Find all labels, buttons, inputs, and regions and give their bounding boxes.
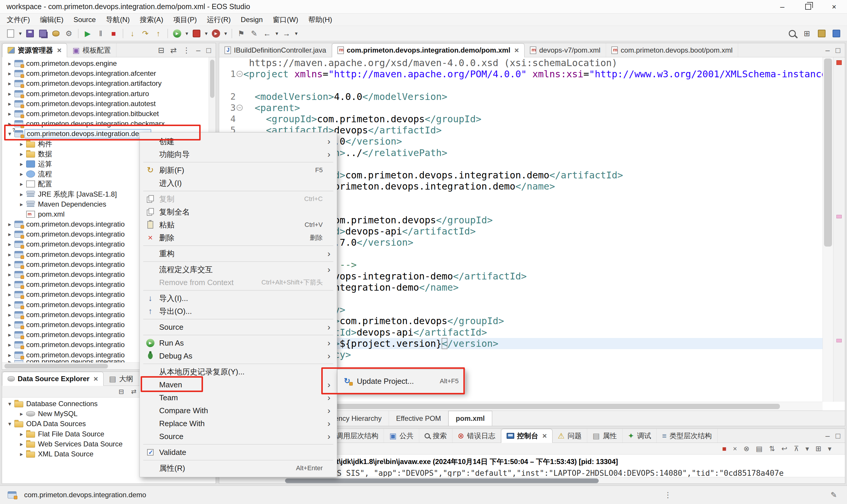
- tree-item[interactable]: ▸com.primeton.devops.integration.artifac…: [2, 78, 209, 88]
- scrollbar-thumb[interactable]: [4, 364, 108, 368]
- maximize-view-icon[interactable]: □: [835, 47, 840, 54]
- edit-indicator-icon[interactable]: ✎: [831, 491, 837, 499]
- twisty-icon[interactable]: ▸: [5, 80, 14, 87]
- close-button[interactable]: ×: [821, 0, 847, 13]
- view-tab[interactable]: ▣模板配置: [67, 43, 117, 57]
- display-console-arrow[interactable]: ▾: [806, 445, 809, 452]
- save-icon[interactable]: [23, 27, 36, 40]
- link-with-editor-icon[interactable]: ⇄: [131, 389, 136, 395]
- menubar-item[interactable]: 运行(R): [202, 15, 236, 24]
- tree-item[interactable]: ▸com.primeton.devops.integration.checkma…: [2, 119, 209, 129]
- open-console-arrow[interactable]: ▾: [828, 445, 831, 452]
- perspective-design-icon[interactable]: [815, 27, 828, 40]
- database-icon[interactable]: [49, 27, 63, 40]
- word-wrap-icon[interactable]: ↩: [781, 445, 787, 452]
- open-console-icon[interactable]: ⊞: [815, 445, 822, 452]
- tree-item[interactable]: ▸com.primeton.devops.integration.afcente…: [2, 69, 209, 78]
- view-tab[interactable]: ≡类型层次结构: [657, 429, 717, 443]
- twisty-icon[interactable]: ▸: [5, 221, 14, 228]
- clear-console-icon[interactable]: ▤: [756, 445, 763, 452]
- pause-icon[interactable]: ‖: [94, 27, 107, 40]
- context-menu-item[interactable]: 功能向导›: [140, 148, 337, 161]
- twisty-icon[interactable]: ▸: [17, 201, 26, 208]
- close-tab-icon[interactable]: ×: [93, 374, 98, 383]
- context-menu-item[interactable]: 粘贴Ctrl+V: [140, 218, 337, 231]
- context-menu-item[interactable]: Debug As›: [140, 349, 337, 362]
- context-menu-item[interactable]: 复制全名: [140, 205, 337, 218]
- context-menu-item[interactable]: ↻刷新(F)F5: [140, 164, 337, 177]
- overflow-menu-icon[interactable]: ⋮: [664, 491, 672, 499]
- back-icon[interactable]: ←: [261, 27, 274, 40]
- save-all-icon[interactable]: [36, 27, 49, 40]
- context-menu-item[interactable]: ×删除删除: [140, 231, 337, 244]
- minimize-view-icon[interactable]: –: [826, 432, 830, 439]
- context-menu-item[interactable]: Compare With›: [140, 404, 337, 417]
- step-into-icon[interactable]: ↓: [126, 27, 139, 40]
- code-line[interactable]: 1−<project xmlns="http://maven.apache.or…: [219, 69, 823, 79]
- error-marker[interactable]: [836, 60, 842, 65]
- menubar-item[interactable]: 窗口(W): [268, 15, 303, 24]
- fold-icon[interactable]: −: [236, 69, 243, 79]
- menubar-item[interactable]: 搜索(A): [135, 15, 168, 24]
- close-tab-icon[interactable]: ×: [57, 46, 62, 55]
- twisty-icon[interactable]: ▸: [17, 440, 26, 448]
- view-tab[interactable]: ✦调试: [623, 429, 657, 443]
- twisty-icon[interactable]: ▸: [5, 261, 14, 268]
- view-tab[interactable]: ▤属性: [587, 429, 623, 443]
- context-menu-item[interactable]: 进入(I): [140, 177, 337, 190]
- context-menu-item[interactable]: ↓导入(I)...: [140, 292, 337, 305]
- menubar-item[interactable]: 导航(N): [101, 15, 135, 24]
- scroll-lock-icon[interactable]: ⇅: [769, 445, 775, 452]
- link-with-editor-icon[interactable]: ⇄: [170, 47, 177, 54]
- code-line[interactable]: [219, 79, 823, 91]
- context-menu-item[interactable]: 创建›: [140, 135, 337, 148]
- twisty-icon[interactable]: ▸: [5, 341, 14, 348]
- maximize-view-icon[interactable]: □: [206, 47, 211, 54]
- maximize-restore-button[interactable]: [795, 0, 821, 13]
- view-tab[interactable]: ▣公共: [384, 429, 419, 443]
- twisty-icon[interactable]: ▸: [5, 70, 14, 77]
- view-menu-icon[interactable]: ⋮: [183, 47, 190, 54]
- view-tab[interactable]: Data Source Explorer×: [2, 372, 104, 386]
- occurrence-marker[interactable]: [836, 215, 842, 218]
- step-over-icon[interactable]: ↷: [139, 27, 152, 40]
- pom-page-tab[interactable]: pom.xml: [448, 411, 492, 426]
- minimize-view-icon[interactable]: –: [196, 47, 200, 54]
- view-tab[interactable]: ⚠问题: [553, 429, 587, 443]
- pin-console-icon[interactable]: ⊼: [794, 445, 799, 452]
- overview-ruler[interactable]: [833, 57, 845, 402]
- run-button[interactable]: [171, 27, 184, 40]
- twisty-icon[interactable]: ▾: [5, 400, 14, 407]
- perspective-eos-icon[interactable]: [830, 27, 843, 40]
- tree-item[interactable]: ▸com.primeton.devops.integration.autotes…: [2, 99, 209, 109]
- menubar-item[interactable]: 编辑(E): [35, 15, 69, 24]
- twisty-icon[interactable]: ▸: [5, 120, 14, 127]
- minimize-view-icon[interactable]: –: [826, 47, 830, 54]
- step-return-icon[interactable]: ↑: [152, 27, 165, 40]
- pom-page-tab[interactable]: Effective POM: [389, 411, 448, 426]
- menubar-item[interactable]: 项目(P): [168, 15, 202, 24]
- view-tab[interactable]: ⊗错误日志: [452, 429, 501, 443]
- gear-icon[interactable]: ⚙: [63, 27, 75, 40]
- context-menu-item[interactable]: Maven›: [140, 378, 337, 391]
- menubar-item[interactable]: 帮助(H): [303, 15, 337, 24]
- context-menu-item[interactable]: 复制Ctrl+C: [140, 193, 337, 205]
- twisty-icon[interactable]: ▸: [5, 321, 14, 328]
- scrollbar-thumb[interactable]: [210, 60, 214, 98]
- twisty-icon[interactable]: ▸: [5, 271, 14, 278]
- console-hscrollbar[interactable]: [219, 477, 845, 483]
- twisty-icon[interactable]: ▸: [5, 231, 14, 238]
- twisty-icon[interactable]: ▾: [5, 420, 14, 427]
- external-tools-icon[interactable]: [209, 27, 222, 40]
- view-tab[interactable]: 搜索: [419, 429, 452, 443]
- twisty-icon[interactable]: ▸: [17, 191, 26, 198]
- tree-item[interactable]: ▸com.primeton.devops.integration.bitbuck…: [2, 109, 209, 119]
- context-menu-item[interactable]: Source›: [140, 430, 337, 443]
- twisty-icon[interactable]: ▸: [5, 251, 14, 258]
- forward-icon[interactable]: →: [280, 27, 293, 40]
- submenu-item-update-project[interactable]: Update Project...Alt+F5: [338, 372, 465, 391]
- view-tab[interactable]: 资源管理器×: [2, 43, 67, 57]
- editor-vscrollbar[interactable]: [823, 57, 833, 402]
- open-perspective-icon[interactable]: ⊞: [800, 27, 813, 40]
- context-menu-item[interactable]: 流程定义库交互›: [140, 263, 337, 276]
